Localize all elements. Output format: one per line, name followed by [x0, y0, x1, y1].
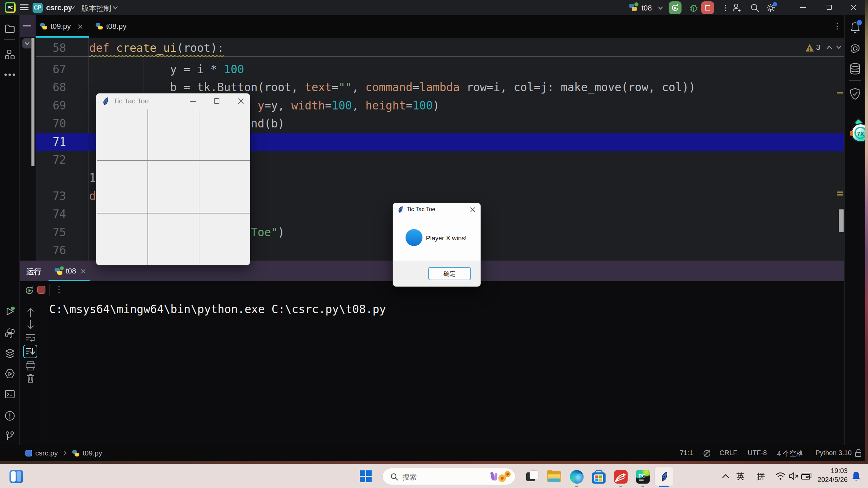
ttt-cell[interactable]: [97, 109, 147, 160]
tray-expand-icon[interactable]: [722, 473, 730, 479]
lock-icon[interactable]: [854, 449, 862, 458]
window-maximize-button[interactable]: [827, 5, 832, 10]
packages-icon[interactable]: [4, 348, 15, 359]
editor-scrollbar-thumb[interactable]: [839, 209, 844, 232]
highlighting-level-icon[interactable]: [703, 449, 711, 458]
ttt-cell[interactable]: [199, 109, 250, 160]
project-badge[interactable]: CP: [33, 3, 43, 13]
notification-bell-icon[interactable]: [851, 471, 861, 482]
scroll-to-end-button[interactable]: [23, 345, 37, 358]
ms-store-icon[interactable]: [592, 470, 606, 484]
task-view-icon[interactable]: [526, 470, 539, 483]
run-tab-label[interactable]: t08: [66, 267, 76, 276]
git-branch-icon[interactable]: [4, 431, 15, 442]
start-button[interactable]: [360, 470, 372, 483]
stop-button[interactable]: [701, 1, 714, 14]
clear-all-icon[interactable]: [26, 373, 35, 383]
interpreter-widget[interactable]: Python 3.10: [815, 449, 852, 457]
notifications-bell-icon[interactable]: [849, 21, 861, 34]
wifi-icon[interactable]: [775, 472, 786, 481]
search-highlight-flowers[interactable]: [490, 470, 511, 483]
tkinter-app-button[interactable]: [654, 467, 673, 486]
tab-t08[interactable]: t08.py: [92, 15, 136, 38]
tictactoe-maximize-button[interactable]: [214, 98, 219, 104]
battery-card-icon[interactable]: [801, 472, 812, 481]
run-tool-icon[interactable]: [4, 306, 15, 317]
ttt-cell[interactable]: [148, 109, 199, 160]
tictactoe-minimize-button[interactable]: [190, 101, 196, 102]
print-icon[interactable]: [25, 361, 36, 370]
panel-hide-button[interactable]: [23, 25, 31, 26]
next-warning-icon[interactable]: [836, 45, 842, 49]
inspections-widget[interactable]: 3: [805, 42, 843, 54]
window-minimize-button[interactable]: [800, 7, 806, 8]
run-config-name[interactable]: t08: [642, 4, 652, 13]
vcs-widget[interactable]: 版本控制: [81, 3, 111, 14]
run-tab-close-icon[interactable]: [81, 269, 86, 274]
ime-indicator[interactable]: 拼: [757, 471, 765, 482]
problems-icon[interactable]: [4, 410, 15, 421]
down-arrow-icon[interactable]: [26, 320, 35, 330]
tab-t09[interactable]: t09.py: [36, 15, 89, 38]
code-line[interactable]: 67 y = i * 100: [36, 60, 844, 78]
prev-warning-icon[interactable]: [826, 45, 832, 49]
titlebar-more-icon[interactable]: ⋮: [722, 3, 730, 13]
ttt-cell[interactable]: [148, 161, 199, 212]
terminal-icon[interactable]: [4, 389, 15, 400]
encoding-widget[interactable]: UTF-8: [748, 449, 767, 457]
widgets-icon[interactable]: [9, 470, 23, 483]
panel-scrollbar[interactable]: [31, 38, 35, 166]
run-config-chevron-icon[interactable]: [658, 6, 663, 10]
project-name[interactable]: csrc.py: [46, 3, 72, 12]
lang-indicator[interactable]: 英: [736, 471, 745, 482]
ttt-cell[interactable]: [199, 161, 250, 212]
window-close-button[interactable]: [850, 4, 856, 11]
edge-browser-icon[interactable]: [570, 470, 584, 484]
debug-button[interactable]: [689, 3, 698, 13]
search-everywhere-icon[interactable]: [750, 3, 760, 13]
add-user-icon[interactable]: [732, 3, 742, 13]
project-chevron-icon[interactable]: [70, 6, 75, 10]
structure-icon[interactable]: [4, 49, 15, 60]
tray-clock[interactable]: 19:03 2024/5/26: [816, 467, 848, 484]
run-toolbar-more-icon[interactable]: ⋮: [55, 285, 63, 294]
rerun-icon[interactable]: [24, 285, 35, 296]
tab-bar-more-icon[interactable]: ⋮: [833, 21, 841, 31]
tab-close-icon[interactable]: [78, 24, 83, 29]
up-arrow-icon[interactable]: [26, 307, 35, 318]
line-separator-widget[interactable]: CRLF: [719, 449, 737, 457]
security-shield-icon[interactable]: [849, 88, 861, 100]
ttt-cell[interactable]: [148, 214, 199, 265]
file-explorer-icon[interactable]: [547, 470, 561, 483]
chaoxing-app-icon[interactable]: [614, 470, 628, 484]
ttt-cell[interactable]: [97, 214, 147, 265]
dialog-ok-button[interactable]: 确定: [428, 267, 471, 280]
stripe-more-icon[interactable]: •••: [4, 69, 16, 80]
dialog-close-button[interactable]: [470, 207, 475, 212]
ttt-cell[interactable]: [97, 161, 147, 212]
console-output[interactable]: C:\msys64\mingw64\bin\python.exe C:\csrc…: [49, 303, 386, 316]
project-folder-icon[interactable]: [4, 23, 15, 34]
indent-widget[interactable]: 4 个空格: [777, 449, 803, 458]
ttt-cell[interactable]: [199, 214, 250, 265]
soft-wrap-icon[interactable]: [25, 332, 36, 343]
run-panel-title[interactable]: 运行: [26, 267, 41, 277]
main-menu-icon[interactable]: [20, 4, 28, 11]
rerun-button[interactable]: [669, 1, 682, 14]
tictactoe-titlebar[interactable]: Tic Tac Toe: [96, 94, 250, 109]
vcs-chevron-icon[interactable]: [113, 6, 118, 10]
caret-position[interactable]: 71:1: [680, 449, 693, 457]
python-console-icon[interactable]: [4, 328, 15, 339]
database-icon[interactable]: [849, 63, 861, 75]
panel-chevron-button[interactable]: [22, 38, 32, 48]
breadcrumb-project[interactable]: csrc.py: [35, 449, 58, 457]
stop-icon[interactable]: [37, 286, 45, 294]
settings-gear-icon[interactable]: [766, 3, 776, 14]
pycharm-taskbar-icon[interactable]: PC: [636, 470, 650, 484]
search-box[interactable]: 搜索: [382, 468, 515, 485]
services-icon[interactable]: [4, 368, 15, 379]
volume-muted-icon[interactable]: [789, 472, 799, 481]
pycharm-logo-icon[interactable]: PC: [5, 2, 16, 13]
dialog-titlebar[interactable]: Tic Tac Toe: [393, 203, 481, 216]
breadcrumb-file[interactable]: t09.py: [83, 449, 102, 457]
